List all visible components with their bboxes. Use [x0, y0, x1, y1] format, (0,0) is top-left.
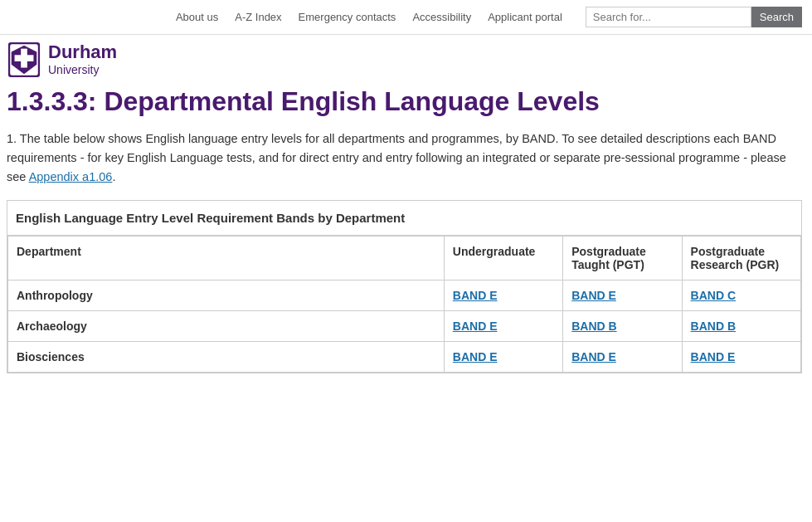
appendix-link[interactable]: Appendix a1.06	[29, 170, 113, 183]
university-shield-icon	[7, 42, 41, 77]
cell-pgt: BAND E	[563, 281, 682, 311]
top-navigation: About us A-Z Index Emergency contacts Ac…	[0, 0, 812, 35]
cell-department: Archaeology	[8, 311, 445, 342]
band-link-pgt[interactable]: BAND E	[571, 350, 616, 363]
nav-az-index[interactable]: A-Z Index	[235, 11, 281, 23]
band-link-undergraduate[interactable]: BAND E	[453, 350, 498, 363]
cell-pgr: BAND E	[682, 342, 800, 373]
table-row: BiosciencesBAND EBAND EBAND E	[8, 342, 801, 373]
table-row: AnthropologyBAND EBAND EBAND C	[8, 281, 801, 311]
nav-about-us[interactable]: About us	[176, 11, 218, 23]
cell-pgt: BAND B	[563, 311, 682, 342]
table-row: ArchaeologyBAND EBAND BBAND B	[8, 311, 801, 342]
cell-undergraduate: BAND E	[444, 311, 562, 342]
cell-pgr: BAND B	[682, 311, 800, 342]
band-link-undergraduate[interactable]: BAND E	[453, 289, 498, 302]
cell-department: Anthropology	[8, 281, 445, 311]
university-name-line1: Durham	[48, 41, 117, 63]
cell-undergraduate: BAND E	[444, 342, 562, 373]
band-link-pgt[interactable]: BAND B	[571, 320, 616, 333]
table-section-header: English Language Entry Level Requirement…	[7, 201, 801, 236]
column-header-pgr: Postgraduate Research (PGR)	[682, 237, 800, 281]
column-header-pgt: Postgraduate Taught (PGT)	[563, 237, 682, 281]
site-header: Durham University	[0, 35, 812, 77]
cell-pgt: BAND E	[563, 342, 682, 373]
column-header-department: Department	[8, 237, 445, 281]
search-input[interactable]	[586, 7, 751, 27]
intro-paragraph: 1. The table below shows English languag…	[7, 129, 802, 188]
nav-accessibility[interactable]: Accessibility	[412, 11, 471, 23]
band-link-pgt[interactable]: BAND E	[571, 289, 616, 302]
page-title: 1.3.3.3: Departmental English Language L…	[7, 85, 802, 117]
band-link-undergraduate[interactable]: BAND E	[453, 320, 498, 333]
band-link-pgr[interactable]: BAND B	[691, 320, 736, 333]
search-button[interactable]: Search	[751, 7, 802, 27]
nav-emergency-contacts[interactable]: Emergency contacts	[299, 11, 396, 23]
cell-pgr: BAND C	[682, 281, 800, 311]
university-name-line2: University	[48, 63, 117, 77]
band-table: Department Undergraduate Postgraduate Ta…	[7, 236, 801, 373]
logo-text: Durham University	[48, 41, 117, 77]
logo-link[interactable]: Durham University	[7, 41, 117, 77]
svg-rect-4	[15, 55, 34, 61]
band-link-pgr[interactable]: BAND C	[691, 289, 736, 302]
band-link-pgr[interactable]: BAND E	[691, 350, 736, 363]
table-header-row: Department Undergraduate Postgraduate Ta…	[8, 237, 801, 281]
main-content: 1.3.3.3: Departmental English Language L…	[0, 77, 812, 390]
band-table-container: English Language Entry Level Requirement…	[7, 200, 802, 373]
nav-applicant-portal[interactable]: Applicant portal	[488, 11, 562, 23]
search-bar: Search	[586, 7, 802, 27]
cell-undergraduate: BAND E	[444, 281, 562, 311]
column-header-undergraduate: Undergraduate	[444, 237, 562, 281]
cell-department: Biosciences	[8, 342, 445, 373]
intro-text-main: 1. The table below shows English languag…	[7, 132, 786, 183]
intro-text-suffix: .	[112, 170, 115, 183]
